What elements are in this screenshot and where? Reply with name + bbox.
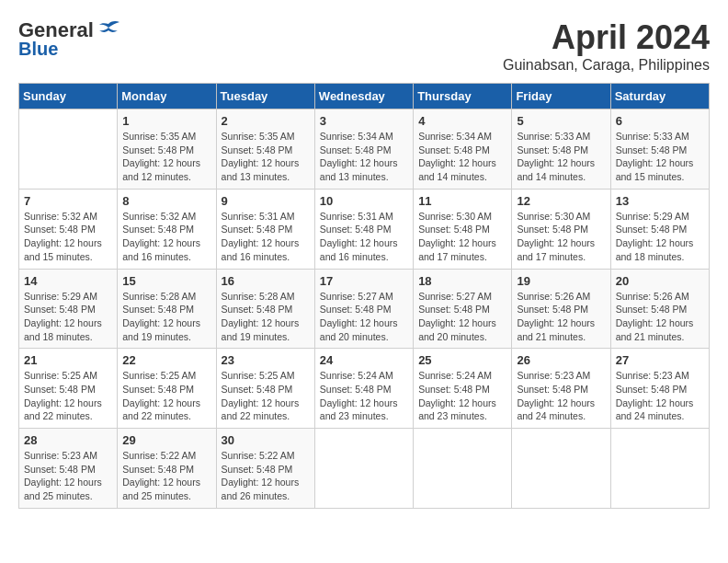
day-of-week-sunday: Sunday	[19, 84, 118, 109]
day-detail: Sunrise: 5:23 AMSunset: 5:48 PMDaylight:…	[517, 369, 605, 423]
day-number: 22	[122, 353, 210, 367]
day-number: 30	[222, 433, 310, 447]
day-number: 29	[122, 433, 210, 447]
day-detail: Sunrise: 5:33 AMSunset: 5:48 PMDaylight:…	[616, 130, 704, 184]
day-detail: Sunrise: 5:26 AMSunset: 5:48 PMDaylight:…	[517, 290, 605, 344]
day-detail: Sunrise: 5:35 AMSunset: 5:48 PMDaylight:…	[222, 130, 310, 184]
calendar-cell	[19, 109, 118, 190]
day-number: 14	[24, 274, 112, 288]
calendar-cell: 18Sunrise: 5:27 AMSunset: 5:48 PMDayligh…	[414, 269, 512, 349]
day-detail: Sunrise: 5:29 AMSunset: 5:48 PMDaylight:…	[616, 210, 704, 264]
calendar-week-row: 14Sunrise: 5:29 AMSunset: 5:48 PMDayligh…	[19, 269, 710, 349]
day-detail: Sunrise: 5:28 AMSunset: 5:48 PMDaylight:…	[122, 290, 210, 344]
day-detail: Sunrise: 5:22 AMSunset: 5:48 PMDaylight:…	[122, 449, 210, 503]
day-detail: Sunrise: 5:35 AMSunset: 5:48 PMDaylight:…	[122, 130, 210, 184]
calendar-cell: 25Sunrise: 5:24 AMSunset: 5:48 PMDayligh…	[414, 349, 512, 429]
location-subtitle: Guinabsan, Caraga, Philippines	[503, 57, 710, 74]
day-detail: Sunrise: 5:31 AMSunset: 5:48 PMDaylight:…	[222, 210, 310, 264]
day-detail: Sunrise: 5:22 AMSunset: 5:48 PMDaylight:…	[222, 449, 310, 503]
day-number: 8	[122, 194, 210, 208]
day-detail: Sunrise: 5:32 AMSunset: 5:48 PMDaylight:…	[122, 210, 210, 264]
calendar-cell: 5Sunrise: 5:33 AMSunset: 5:48 PMDaylight…	[512, 109, 610, 190]
day-detail: Sunrise: 5:31 AMSunset: 5:48 PMDaylight:…	[320, 210, 408, 264]
calendar-cell: 12Sunrise: 5:30 AMSunset: 5:48 PMDayligh…	[512, 189, 610, 269]
day-number: 16	[222, 274, 310, 288]
calendar-cell: 27Sunrise: 5:23 AMSunset: 5:48 PMDayligh…	[610, 349, 709, 429]
day-detail: Sunrise: 5:24 AMSunset: 5:48 PMDaylight:…	[418, 369, 506, 423]
day-detail: Sunrise: 5:23 AMSunset: 5:48 PMDaylight:…	[616, 369, 704, 423]
day-number: 19	[517, 274, 605, 288]
day-detail: Sunrise: 5:34 AMSunset: 5:48 PMDaylight:…	[320, 130, 408, 184]
day-detail: Sunrise: 5:28 AMSunset: 5:48 PMDaylight:…	[222, 290, 310, 344]
day-of-week-wednesday: Wednesday	[314, 84, 413, 109]
calendar-cell: 22Sunrise: 5:25 AMSunset: 5:48 PMDayligh…	[118, 349, 216, 429]
day-number: 23	[222, 353, 310, 367]
calendar-cell: 7Sunrise: 5:32 AMSunset: 5:48 PMDaylight…	[19, 189, 118, 269]
day-number: 26	[517, 353, 605, 367]
calendar-cell: 23Sunrise: 5:25 AMSunset: 5:48 PMDayligh…	[216, 349, 314, 429]
calendar-cell: 2Sunrise: 5:35 AMSunset: 5:48 PMDaylight…	[216, 109, 314, 190]
calendar-cell: 13Sunrise: 5:29 AMSunset: 5:48 PMDayligh…	[610, 189, 709, 269]
day-of-week-friday: Friday	[512, 84, 610, 109]
calendar-cell	[512, 429, 610, 509]
calendar-table: SundayMondayTuesdayWednesdayThursdayFrid…	[18, 83, 710, 509]
day-of-week-saturday: Saturday	[610, 84, 709, 109]
day-number: 9	[222, 194, 310, 208]
calendar-cell: 9Sunrise: 5:31 AMSunset: 5:48 PMDaylight…	[216, 189, 314, 269]
calendar-cell: 15Sunrise: 5:28 AMSunset: 5:48 PMDayligh…	[118, 269, 216, 349]
calendar-cell: 24Sunrise: 5:24 AMSunset: 5:48 PMDayligh…	[314, 349, 413, 429]
calendar-cell: 4Sunrise: 5:34 AMSunset: 5:48 PMDaylight…	[414, 109, 512, 190]
day-detail: Sunrise: 5:29 AMSunset: 5:48 PMDaylight:…	[24, 290, 112, 344]
day-detail: Sunrise: 5:26 AMSunset: 5:48 PMDaylight:…	[616, 290, 704, 344]
day-of-week-tuesday: Tuesday	[216, 84, 314, 109]
day-detail: Sunrise: 5:34 AMSunset: 5:48 PMDaylight:…	[418, 130, 506, 184]
day-of-week-thursday: Thursday	[414, 84, 512, 109]
day-number: 12	[517, 194, 605, 208]
day-number: 27	[616, 353, 704, 367]
day-of-week-monday: Monday	[118, 84, 216, 109]
day-number: 11	[418, 194, 506, 208]
calendar-cell: 3Sunrise: 5:34 AMSunset: 5:48 PMDaylight…	[314, 109, 413, 190]
day-number: 18	[418, 274, 506, 288]
calendar-cell: 8Sunrise: 5:32 AMSunset: 5:48 PMDaylight…	[118, 189, 216, 269]
calendar-cell	[314, 429, 413, 509]
calendar-cell: 19Sunrise: 5:26 AMSunset: 5:48 PMDayligh…	[512, 269, 610, 349]
day-number: 5	[517, 114, 605, 128]
day-detail: Sunrise: 5:32 AMSunset: 5:48 PMDaylight:…	[24, 210, 112, 264]
day-detail: Sunrise: 5:25 AMSunset: 5:48 PMDaylight:…	[122, 369, 210, 423]
calendar-week-row: 28Sunrise: 5:23 AMSunset: 5:48 PMDayligh…	[19, 429, 710, 509]
month-title: April 2024	[503, 18, 710, 57]
day-number: 20	[616, 274, 704, 288]
calendar-cell: 21Sunrise: 5:25 AMSunset: 5:48 PMDayligh…	[19, 349, 118, 429]
calendar-header: SundayMondayTuesdayWednesdayThursdayFrid…	[19, 84, 710, 109]
day-detail: Sunrise: 5:27 AMSunset: 5:48 PMDaylight:…	[418, 290, 506, 344]
days-of-week-row: SundayMondayTuesdayWednesdayThursdayFrid…	[19, 84, 710, 109]
day-detail: Sunrise: 5:24 AMSunset: 5:48 PMDaylight:…	[320, 369, 408, 423]
page-header: General Blue April 2024 Guinabsan, Carag…	[18, 18, 710, 74]
logo-bird-icon	[96, 20, 121, 40]
calendar-cell: 30Sunrise: 5:22 AMSunset: 5:48 PMDayligh…	[216, 429, 314, 509]
day-number: 6	[616, 114, 704, 128]
calendar-cell: 11Sunrise: 5:30 AMSunset: 5:48 PMDayligh…	[414, 189, 512, 269]
calendar-week-row: 7Sunrise: 5:32 AMSunset: 5:48 PMDaylight…	[19, 189, 710, 269]
calendar-cell: 10Sunrise: 5:31 AMSunset: 5:48 PMDayligh…	[314, 189, 413, 269]
day-number: 25	[418, 353, 506, 367]
day-number: 28	[24, 433, 112, 447]
calendar-cell: 17Sunrise: 5:27 AMSunset: 5:48 PMDayligh…	[314, 269, 413, 349]
calendar-cell: 6Sunrise: 5:33 AMSunset: 5:48 PMDaylight…	[610, 109, 709, 190]
day-number: 1	[122, 114, 210, 128]
day-detail: Sunrise: 5:33 AMSunset: 5:48 PMDaylight:…	[517, 130, 605, 184]
calendar-cell	[610, 429, 709, 509]
day-number: 17	[320, 274, 408, 288]
calendar-cell: 29Sunrise: 5:22 AMSunset: 5:48 PMDayligh…	[118, 429, 216, 509]
day-number: 21	[24, 353, 112, 367]
day-number: 15	[122, 274, 210, 288]
day-number: 4	[418, 114, 506, 128]
calendar-body: 1Sunrise: 5:35 AMSunset: 5:48 PMDaylight…	[19, 109, 710, 509]
day-number: 10	[320, 194, 408, 208]
calendar-week-row: 1Sunrise: 5:35 AMSunset: 5:48 PMDaylight…	[19, 109, 710, 190]
title-section: April 2024 Guinabsan, Caraga, Philippine…	[503, 18, 710, 74]
calendar-cell	[414, 429, 512, 509]
day-number: 24	[320, 353, 408, 367]
day-number: 7	[24, 194, 112, 208]
